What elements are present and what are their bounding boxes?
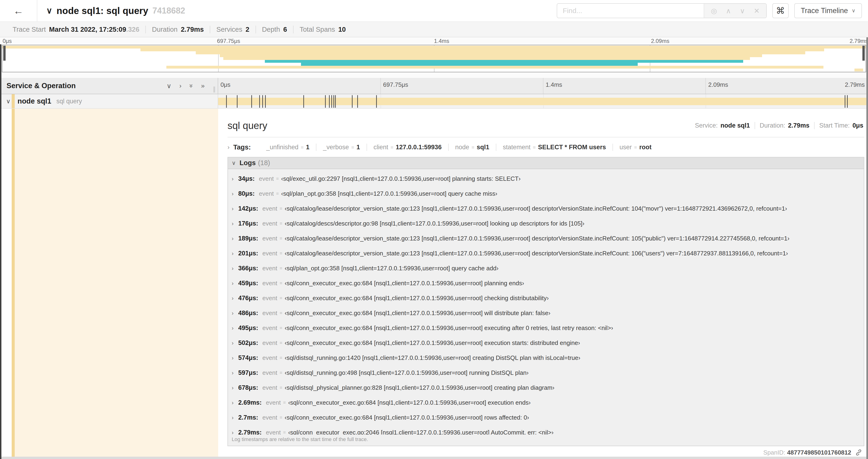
log-timestamp: 142μs: (238, 205, 258, 212)
find-next-icon[interactable]: ∨ (740, 7, 745, 15)
minimap-span-bar (301, 63, 638, 66)
collapse-one-icon[interactable]: ∨ (166, 82, 172, 90)
link-icon[interactable] (855, 449, 862, 456)
log-expand-icon[interactable]: › (232, 265, 238, 272)
log-expand-icon[interactable]: › (232, 415, 238, 421)
log-event-tick (259, 95, 260, 108)
log-expand-icon[interactable]: › (232, 280, 238, 287)
log-expand-icon[interactable]: › (232, 205, 238, 212)
log-row[interactable]: › 176μs: event = ‹sql/catalog/descs/desc… (228, 216, 864, 231)
log-field-name: event (262, 354, 277, 362)
log-row[interactable]: › 574μs: event = ‹sql/distsql_running.go… (228, 351, 864, 365)
log-expand-icon[interactable]: › (232, 370, 238, 376)
log-expand-icon[interactable]: › (232, 399, 238, 406)
tag-key: _unfinished (266, 144, 299, 151)
tags-row[interactable]: › Tags: _unfinished = 1 _verbose = 1 cli… (227, 141, 864, 154)
span-collapse-icon[interactable]: ∨ (6, 98, 10, 105)
find-input[interactable] (557, 4, 704, 18)
find-prev-icon[interactable]: ∧ (726, 7, 731, 15)
minimap-span-row (2, 51, 866, 54)
back-button[interactable]: ← (13, 5, 24, 17)
expand-all-icon[interactable]: » (201, 82, 205, 90)
find-match-icon[interactable]: ◎ (711, 7, 717, 15)
log-row[interactable]: › 189μs: event = ‹sql/catalog/lease/desc… (228, 231, 864, 246)
keyboard-shortcuts-button[interactable]: ⌘ (772, 3, 789, 18)
span-id-label: SpanID: (763, 449, 785, 456)
equals-sign: = (280, 266, 282, 271)
log-row[interactable]: › 34μs: event = ‹sql/exec_util.go:2297 [… (228, 171, 864, 186)
log-row[interactable]: › 2.7ms: event = ‹sql/conn_executor_exec… (228, 410, 864, 425)
log-row[interactable]: › 597μs: event = ‹sql/distsql_running.go… (228, 365, 864, 381)
trace-info-value: 2 (246, 26, 249, 33)
log-row[interactable]: › 201μs: event = ‹sql/catalog/lease/desc… (228, 246, 864, 261)
log-row[interactable]: › 2.69ms: event = ‹sql/conn_executor_exe… (228, 395, 864, 410)
log-timestamp: 476μs: (238, 295, 258, 302)
tag-value: 1 (356, 144, 360, 151)
logs-footer-note: Log timestamps are relative to the start… (228, 434, 864, 446)
minimap-canvas[interactable] (2, 45, 866, 72)
log-row[interactable]: › 142μs: event = ‹sql/catalog/lease/desc… (228, 201, 864, 216)
trace-info-label: Duration (152, 26, 178, 33)
logs-list: › 34μs: event = ‹sql/exec_util.go:2297 [… (228, 169, 864, 434)
log-expand-icon[interactable]: › (232, 355, 238, 361)
tag-item: _verbose = 1 (316, 144, 360, 151)
vertical-scrollbar[interactable] (866, 37, 868, 459)
expand-one-icon[interactable]: › (180, 82, 182, 90)
log-expand-icon[interactable]: › (232, 176, 238, 182)
span-row-timeline-cell[interactable] (218, 94, 868, 108)
log-timestamp: 2.69ms: (238, 399, 262, 406)
log-expand-icon[interactable]: › (232, 429, 238, 434)
log-event-tick (376, 95, 377, 108)
log-row[interactable]: › 366μs: event = ‹sql/plan_opt.go:358 [n… (228, 261, 864, 276)
log-field-name: event (266, 429, 281, 434)
log-expand-icon[interactable]: › (232, 191, 238, 197)
span-row-name-cell[interactable]: ∨ node sql1 sql query (0, 94, 218, 108)
detail-left-column (0, 109, 218, 459)
log-expand-icon[interactable]: › (232, 385, 238, 391)
log-event-tick (262, 95, 263, 108)
view-selector-button[interactable]: Trace Timeline ∨ (794, 3, 862, 18)
summary-item: Duration: 2.79ms (755, 122, 814, 129)
span-row[interactable]: ∨ node sql1 sql query (0, 94, 868, 109)
log-row[interactable]: › 459μs: event = ‹sql/conn_executor_exec… (228, 276, 864, 291)
log-expand-icon[interactable]: › (232, 295, 238, 302)
collapse-all-icon[interactable]: » (188, 84, 195, 88)
minimap-gap (0, 72, 868, 78)
log-field-name: event (262, 339, 277, 347)
trace-info-suffix: .326 (126, 26, 139, 33)
log-timestamp: 597μs: (238, 369, 258, 376)
tag-key: _verbose (323, 144, 349, 151)
trace-info-bar: Trace Start March 31 2022, 17:25:09 .326… (0, 22, 868, 37)
logs-collapse-icon[interactable]: ∨ (232, 160, 236, 166)
column-resizer-grip[interactable]: ∥ (213, 86, 216, 93)
equals-sign: = (280, 221, 282, 226)
timeline-ruler-column: 697.75μs (380, 78, 543, 94)
log-timestamp: 80μs: (238, 190, 255, 197)
log-expand-icon[interactable]: › (232, 340, 238, 346)
log-row[interactable]: › 486μs: event = ‹sql/conn_executor_exec… (228, 306, 864, 321)
minimap-span-row (2, 48, 866, 51)
find-clear-icon[interactable]: ✕ (754, 7, 760, 15)
log-event-tick (352, 95, 352, 108)
minimap-left-handle[interactable] (3, 46, 6, 61)
log-row[interactable]: › 502μs: event = ‹sql/conn_executor_exec… (228, 336, 864, 351)
minimap-right-handle[interactable] (862, 46, 865, 61)
collapse-trace-icon[interactable]: ∨ (46, 6, 52, 15)
log-row[interactable]: › 678μs: event = ‹sql/distsql_physical_p… (228, 381, 864, 395)
log-expand-icon[interactable]: › (232, 235, 238, 242)
log-row[interactable]: › 476μs: event = ‹sql/conn_executor_exec… (228, 291, 864, 306)
log-expand-icon[interactable]: › (232, 325, 238, 331)
log-row[interactable]: › 495μs: event = ‹sql/conn_executor_exec… (228, 321, 864, 336)
log-timestamp: 2.7ms: (238, 414, 258, 421)
logs-header[interactable]: ∨ Logs (18) (228, 157, 864, 169)
log-expand-icon[interactable]: › (232, 220, 238, 227)
trace-info-item: Duration 2.79ms (146, 26, 210, 33)
log-row[interactable]: › 2.79ms: event = ‹sql/conn_executor_exe… (228, 425, 864, 434)
log-expand-icon[interactable]: › (232, 250, 238, 257)
log-expand-icon[interactable]: › (232, 310, 238, 317)
span-duration-bar[interactable] (218, 98, 868, 105)
log-row[interactable]: › 80μs: event = ‹sql/plan_opt.go:358 [ns… (228, 186, 864, 201)
tags-expand-icon[interactable]: › (227, 144, 229, 151)
span-id-value: 4877749850101760812 (787, 449, 851, 456)
log-field-name: event (262, 295, 277, 302)
